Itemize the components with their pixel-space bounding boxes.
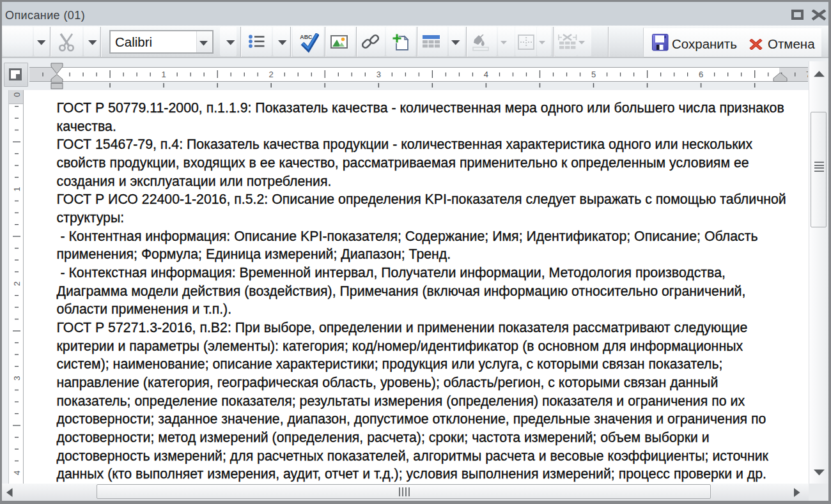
svg-text:1: 1 bbox=[161, 70, 166, 79]
svg-text:4: 4 bbox=[12, 470, 22, 475]
svg-text:6: 6 bbox=[699, 70, 703, 79]
svg-text:ABC: ABC bbox=[300, 34, 313, 40]
svg-text:2: 2 bbox=[269, 70, 274, 79]
svg-text:2: 2 bbox=[12, 281, 22, 286]
svg-text:7: 7 bbox=[806, 70, 808, 79]
svg-text:5: 5 bbox=[591, 70, 596, 79]
svg-text:0: 0 bbox=[12, 92, 22, 96]
svg-text:3: 3 bbox=[377, 70, 381, 79]
svg-text:1: 1 bbox=[12, 187, 22, 191]
svg-text:4: 4 bbox=[484, 70, 488, 79]
svg-text:3: 3 bbox=[12, 376, 22, 380]
